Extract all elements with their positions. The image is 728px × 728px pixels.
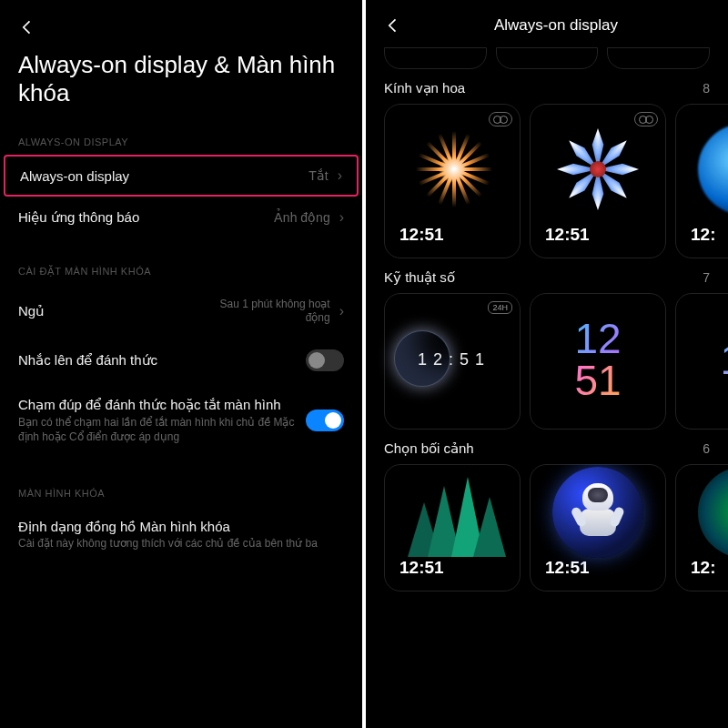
row-sleep[interactable]: Ngủ Sau 1 phút không hoạt động › <box>0 285 362 337</box>
theme-card-bg-2[interactable]: 12:51 <box>530 464 666 592</box>
preview-time: 12:51 <box>418 350 490 369</box>
card-peek[interactable] <box>496 47 599 69</box>
toggle-double-tap[interactable] <box>306 410 344 431</box>
blue-sphere-icon <box>698 124 728 215</box>
theme-card-kaleidoscope-2[interactable]: 12:51 <box>530 104 666 258</box>
category-background[interactable]: Chọn bối cảnh 6 <box>366 430 728 464</box>
row-label: Chạm đúp để đánh thức hoặc tắt màn hình <box>18 397 298 414</box>
chevron-right-icon: › <box>339 209 344 226</box>
row-label: Nhắc lên để đánh thức <box>18 352 298 369</box>
row-label: Định dạng đồng hồ Màn hình khóa <box>18 519 344 535</box>
chevron-right-icon: › <box>338 167 342 184</box>
theme-card-kaleidoscope-3[interactable]: 12: <box>675 104 728 258</box>
preview-time: 12:51 <box>545 558 590 578</box>
category-kaleidoscope[interactable]: Kính vạn hoa 8 <box>366 69 728 104</box>
row-value: Tắt <box>308 168 328 183</box>
preview-time: 12: <box>691 225 715 245</box>
section-lock-settings: CÀI ĐẶT MÀN HÌNH KHÓA <box>0 255 362 285</box>
preview-time: 12:51 <box>399 225 444 245</box>
category-count: 8 <box>703 81 710 96</box>
theme-card-digital-3[interactable]: 12 <box>675 293 728 430</box>
category-name: Kính vạn hoa <box>384 80 465 96</box>
astronaut-icon <box>543 467 652 558</box>
category-name: Chọn bối cảnh <box>384 440 474 457</box>
section-aod: ALWAYS-ON DISPLAY <box>0 126 362 155</box>
row-sub: Bạn có thể chạm hai lần để tắt màn hình … <box>18 416 298 444</box>
section-lock-screen: MÀN HÌNH KHÓA <box>0 477 362 506</box>
preview-time-bottom: 51 <box>574 359 621 401</box>
category-digital[interactable]: Kỹ thuật số 7 <box>366 258 728 293</box>
header-title: Always-on display <box>439 16 673 35</box>
row-value: Sau 1 phút không hoạt động <box>194 298 330 324</box>
row-double-tap[interactable]: Chạm đúp để đánh thức hoặc tắt màn hình … <box>0 384 362 457</box>
card-peek[interactable] <box>384 47 487 69</box>
row-sub: Cài đặt này không tương thích với các ch… <box>18 537 344 551</box>
row-label: Hiệu ứng thông báo <box>18 209 267 226</box>
aod-themes-screen: Always-on display Kính vạn hoa 8 12:51 1… <box>366 0 728 728</box>
forest-icon <box>402 475 502 557</box>
preview-time: 12: <box>691 558 715 578</box>
category-name: Kỹ thuật số <box>384 269 455 286</box>
theme-card-kaleidoscope-1[interactable]: 12:51 <box>384 104 521 258</box>
category-count: 6 <box>703 441 710 456</box>
row-notification-effect[interactable]: Hiệu ứng thông báo Ảnh động › <box>0 197 362 238</box>
mandala-orange-icon <box>414 131 491 208</box>
page-title: Always-on display & Màn hình khóa <box>0 47 362 126</box>
theme-card-digital-2[interactable]: 12 51 <box>530 293 666 430</box>
settings-screen: Always-on display & Màn hình khóa ALWAYS… <box>0 0 362 728</box>
theme-card-bg-3[interactable]: 12: <box>675 464 728 592</box>
teal-mandala-icon <box>698 467 728 558</box>
row-label: Always-on display <box>20 168 301 184</box>
back-button[interactable] <box>18 18 36 36</box>
mandala-snowflake-icon <box>557 128 639 210</box>
theme-card-bg-1[interactable]: 12:51 <box>384 464 521 592</box>
preview-time: 12:51 <box>545 225 590 245</box>
back-button[interactable] <box>384 16 402 35</box>
neon-clock-icon: 12 51 <box>574 318 621 401</box>
chevron-right-icon: › <box>339 303 344 319</box>
toggle-raise-to-wake[interactable] <box>306 349 344 371</box>
card-peek[interactable] <box>607 47 710 69</box>
theme-card-digital-1[interactable]: 24H 12:51 <box>384 293 521 430</box>
preview-time-top: 12 <box>574 318 621 359</box>
preview-time: 12:51 <box>399 558 444 578</box>
row-value: Ảnh động <box>274 210 330 225</box>
row-always-on-display[interactable]: Always-on display Tắt › <box>4 155 359 197</box>
row-label: Ngủ <box>18 303 187 319</box>
neon-clock-partial-icon: 12 <box>720 335 728 384</box>
category-count: 7 <box>703 270 710 285</box>
row-raise-to-wake[interactable]: Nhắc lên để đánh thức <box>0 337 362 384</box>
eclipse-clock-icon: 12:51 <box>394 303 511 416</box>
row-clock-format[interactable]: Định dạng đồng hồ Màn hình khóa Cài đặt … <box>0 506 362 564</box>
